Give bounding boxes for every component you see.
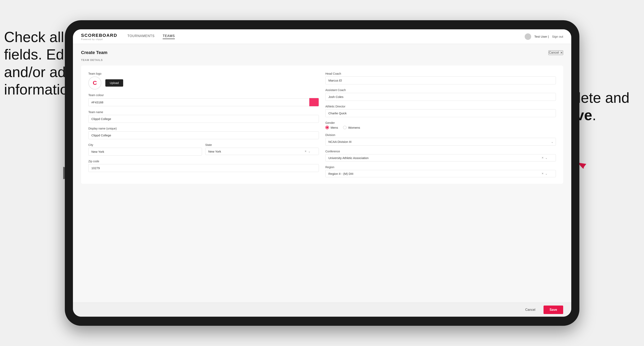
city-label: City: [88, 143, 202, 147]
logo-text: SCOREBOARD: [81, 33, 117, 38]
nav-link-teams[interactable]: TEAMS: [163, 34, 175, 39]
region-label: Region: [325, 166, 556, 169]
region-controls: × ⌄: [542, 172, 548, 175]
page-header: Create Team Cancel ✕: [81, 50, 563, 55]
conference-group: Conference University Athletic Associati…: [325, 150, 556, 162]
team-colour-input[interactable]: [88, 98, 309, 106]
team-name-group: Team name: [88, 111, 319, 123]
sign-out-link[interactable]: Sign out: [552, 35, 563, 38]
mens-radio-dot[interactable]: [325, 126, 329, 129]
logo-circle: C: [88, 76, 101, 89]
conference-label: Conference: [325, 150, 556, 153]
region-value: Region II - (M) DIII: [328, 172, 542, 175]
gender-mens-option[interactable]: Mens: [325, 126, 338, 129]
head-coach-group: Head Coach: [325, 72, 556, 84]
user-avatar: [525, 33, 531, 40]
nav-links: TOURNAMENTS TEAMS: [128, 34, 525, 39]
division-label: Division: [325, 133, 556, 137]
state-group: State New York × ⌄: [205, 143, 319, 156]
assistant-coach-group: Assistant Coach: [325, 88, 556, 101]
nav-right: Test User | Sign out: [525, 33, 563, 40]
region-select[interactable]: Region II - (M) DIII × ⌄: [325, 170, 556, 177]
team-name-label: Team name: [88, 111, 319, 114]
logo-upload-area: C Upload: [88, 76, 319, 89]
form-right: Head Coach Assistant Coach Athletic Dire…: [325, 72, 556, 177]
region-chevron-icon: ⌄: [545, 172, 548, 175]
user-name: Test User |: [534, 35, 549, 38]
womens-radio-dot[interactable]: [343, 126, 346, 129]
city-group: City: [88, 143, 202, 156]
team-name-input[interactable]: [88, 115, 319, 123]
gender-womens-option[interactable]: Womens: [343, 126, 360, 129]
gender-label: Gender: [325, 121, 556, 124]
head-coach-input[interactable]: [325, 76, 556, 84]
head-coach-label: Head Coach: [325, 72, 556, 75]
cancel-footer-button[interactable]: Cancel: [521, 306, 540, 314]
page-title: Create Team: [81, 50, 107, 55]
form-grid: Team logo C Upload Team colour: [88, 72, 556, 177]
conference-select[interactable]: University Athletic Association × ⌄: [325, 154, 556, 162]
city-state-row: City State New York × ⌄: [88, 143, 319, 156]
main-content: Create Team Cancel ✕ TEAM DETAILS Team l…: [73, 44, 571, 303]
close-icon: ✕: [560, 51, 563, 55]
conference-controls: × ⌄: [542, 156, 548, 160]
conference-chevron-icon: ⌄: [545, 156, 548, 160]
cancel-header-button[interactable]: Cancel ✕: [548, 50, 563, 55]
gender-group: Gender Mens Womens: [325, 121, 556, 129]
logo-area: SCOREBOARD Powered by clippd: [81, 33, 117, 40]
division-select[interactable]: NCAA Division III: [325, 138, 556, 146]
athletic-director-group: Athletic Director: [325, 105, 556, 117]
state-select[interactable]: New York × ⌄: [205, 148, 319, 155]
division-select-wrapper: NCAA Division III ⌄: [325, 138, 556, 146]
state-clear-icon[interactable]: ×: [305, 150, 306, 153]
gender-radio-group: Mens Womens: [325, 126, 556, 129]
display-name-input[interactable]: [88, 131, 319, 139]
upload-button[interactable]: Upload: [105, 79, 123, 87]
region-group: Region Region II - (M) DIII × ⌄: [325, 166, 556, 177]
state-chevron-icon: ⌄: [308, 150, 310, 153]
zip-input[interactable]: [88, 164, 319, 172]
form-left: Team logo C Upload Team colour: [88, 72, 319, 177]
color-swatch[interactable]: [309, 98, 319, 106]
logo-sub: Powered by clippd: [81, 38, 117, 40]
tablet-frame: SCOREBOARD Powered by clippd TOURNAMENTS…: [65, 20, 580, 326]
athletic-director-input[interactable]: [325, 109, 556, 117]
form-card: Team logo C Upload Team colour: [81, 66, 563, 184]
display-name-group: Display name (unique): [88, 127, 319, 139]
nav-bar: SCOREBOARD Powered by clippd TOURNAMENTS…: [73, 29, 571, 44]
team-colour-group: Team colour: [88, 93, 319, 106]
tablet-screen: SCOREBOARD Powered by clippd TOURNAMENTS…: [73, 29, 571, 317]
womens-label: Womens: [348, 126, 360, 129]
assistant-coach-input[interactable]: [325, 93, 556, 101]
display-name-label: Display name (unique): [88, 127, 319, 130]
athletic-director-label: Athletic Director: [325, 105, 556, 108]
side-tab: [63, 167, 65, 179]
conference-clear-icon[interactable]: ×: [542, 156, 544, 160]
footer-bar: Cancel Save: [73, 303, 571, 317]
section-label: TEAM DETAILS: [81, 58, 563, 61]
state-value: New York: [208, 150, 305, 153]
zip-label: Zip code: [88, 160, 319, 163]
region-clear-icon[interactable]: ×: [542, 172, 544, 175]
team-logo-group: Team logo C Upload: [88, 72, 319, 89]
state-label: State: [205, 143, 319, 147]
city-input[interactable]: [88, 148, 202, 156]
team-colour-label: Team colour: [88, 93, 319, 97]
save-button[interactable]: Save: [544, 306, 563, 314]
conference-value: University Athletic Association: [328, 156, 542, 160]
zip-code-group: Zip code: [88, 160, 319, 172]
color-input-row: [88, 98, 319, 106]
city-state-group: City State New York × ⌄: [88, 143, 319, 156]
team-logo-label: Team logo: [88, 72, 319, 75]
assistant-coach-label: Assistant Coach: [325, 88, 556, 92]
mens-label: Mens: [330, 126, 338, 129]
division-group: Division NCAA Division III ⌄: [325, 133, 556, 146]
state-controls: × ⌄: [305, 150, 310, 153]
nav-link-tournaments[interactable]: TOURNAMENTS: [128, 34, 154, 39]
